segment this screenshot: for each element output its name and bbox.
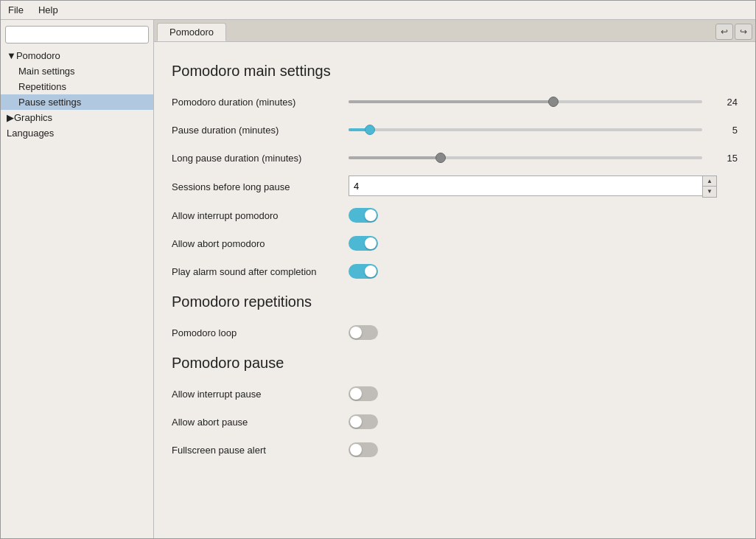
sidebar-item-pomodoro[interactable]: ▼ Pomodoro: [1, 48, 153, 63]
allow-interrupt-pomodoro-toggle[interactable]: [349, 208, 378, 223]
spinbox-container: ▲ ▼: [349, 175, 717, 198]
fullscreen-pause-alert-knob: [350, 444, 362, 456]
pause-duration-track[interactable]: [349, 128, 702, 131]
pomodoro-duration-value: 24: [708, 97, 738, 108]
main-area: ▼ Pomodoro Main settings Repetitions Pau…: [1, 20, 755, 538]
long-pause-duration-thumb[interactable]: [435, 153, 446, 163]
search-input[interactable]: [10, 29, 144, 40]
spinbox-up-button[interactable]: ▲: [703, 176, 716, 187]
pause-duration-row: Pause duration (minutes) 5: [172, 119, 738, 140]
sidebar-item-graphics[interactable]: ▶ Graphics: [1, 110, 153, 125]
long-pause-duration-fill: [349, 156, 441, 159]
fullscreen-pause-alert-label: Fullscreen pause alert: [172, 445, 349, 456]
tab-bar: Pomodoro ↩ ↪: [154, 20, 755, 42]
pomodoro-duration-row: Pomodoro duration (minutes) 24: [172, 91, 738, 112]
allow-abort-pomodoro-toggle[interactable]: [349, 236, 378, 251]
menu-file[interactable]: File: [1, 3, 31, 17]
play-alarm-sound-toggle[interactable]: [349, 264, 378, 279]
redo-button[interactable]: ↪: [735, 24, 752, 40]
tab-actions: ↩ ↪: [715, 24, 752, 41]
allow-abort-pause-knob: [350, 416, 362, 428]
pause-duration-value: 5: [708, 125, 738, 136]
spinbox-down-button[interactable]: ▼: [703, 187, 716, 197]
play-alarm-sound-row: Play alarm sound after completion: [172, 261, 738, 282]
sidebar-graphics-label: Graphics: [14, 112, 52, 123]
sidebar: ▼ Pomodoro Main settings Repetitions Pau…: [1, 20, 154, 538]
spinbox-buttons: ▲ ▼: [702, 175, 717, 198]
pomodoro-loop-row: Pomodoro loop: [172, 322, 738, 343]
allow-interrupt-pause-toggle[interactable]: [349, 386, 378, 401]
sessions-spinbox-input[interactable]: [349, 175, 702, 196]
sidebar-pause-settings-label: Pause settings: [18, 97, 81, 108]
pomodoro-duration-thumb[interactable]: [548, 97, 559, 107]
allow-interrupt-pause-row: Allow interrupt pause: [172, 383, 738, 404]
sidebar-item-repetitions[interactable]: Repetitions: [1, 79, 153, 94]
allow-interrupt-pomodoro-knob: [365, 209, 377, 221]
sidebar-pomodoro-label: Pomodoro: [16, 50, 60, 61]
play-alarm-sound-label: Play alarm sound after completion: [172, 266, 349, 277]
sidebar-repetitions-label: Repetitions: [18, 81, 66, 92]
section1-title: Pomodoro main settings: [172, 63, 738, 80]
pause-duration-slider-container[interactable]: [349, 128, 702, 131]
tab-pomodoro[interactable]: Pomodoro: [157, 23, 226, 41]
undo-button[interactable]: ↩: [715, 24, 733, 40]
fullscreen-pause-alert-toggle[interactable]: [349, 442, 378, 457]
allow-abort-pomodoro-row: Allow abort pomodoro: [172, 233, 738, 254]
sidebar-main-settings-label: Main settings: [18, 66, 75, 77]
long-pause-duration-label: Long pause duration (minutes): [172, 153, 349, 164]
allow-abort-pomodoro-knob: [365, 237, 377, 249]
long-pause-duration-track[interactable]: [349, 156, 702, 159]
pomodoro-loop-knob: [350, 327, 362, 338]
allow-interrupt-pause-label: Allow interrupt pause: [172, 389, 349, 400]
menu-help[interactable]: Help: [31, 3, 66, 17]
allow-interrupt-pomodoro-row: Allow interrupt pomodoro: [172, 205, 738, 226]
pomodoro-loop-toggle[interactable]: [349, 325, 378, 340]
long-pause-duration-row: Long pause duration (minutes) 15: [172, 147, 738, 168]
allow-abort-pause-row: Allow abort pause: [172, 411, 738, 432]
search-box[interactable]: [5, 26, 149, 44]
sidebar-languages-label: Languages: [7, 128, 54, 139]
app-window: File Help ▼ Pomodoro Main settings Repet…: [0, 0, 756, 539]
sidebar-item-pause-settings[interactable]: Pause settings: [1, 94, 153, 110]
menubar: File Help: [1, 1, 755, 20]
tab-pomodoro-label: Pomodoro: [169, 27, 214, 38]
section3-title: Pomodoro pause: [172, 355, 738, 372]
pause-duration-thumb[interactable]: [365, 125, 375, 135]
pomodoro-duration-label: Pomodoro duration (minutes): [172, 97, 349, 108]
pomodoro-duration-fill: [349, 100, 553, 103]
pomodoro-duration-slider-container[interactable]: [349, 100, 702, 103]
allow-abort-pause-label: Allow abort pause: [172, 417, 349, 428]
settings-panel: Pomodoro main settings Pomodoro duration…: [154, 42, 755, 538]
sidebar-item-languages[interactable]: Languages: [1, 125, 153, 141]
sessions-before-long-pause-label: Sessions before long pause: [172, 181, 349, 192]
content-area: Pomodoro ↩ ↪ Pomodoro main settings Pomo…: [154, 20, 755, 538]
long-pause-duration-slider-container[interactable]: [349, 156, 702, 159]
play-alarm-sound-knob: [365, 265, 377, 277]
allow-interrupt-pomodoro-label: Allow interrupt pomodoro: [172, 210, 349, 221]
section2-title: Pomodoro repetitions: [172, 293, 738, 310]
pause-duration-label: Pause duration (minutes): [172, 125, 349, 136]
allow-abort-pause-toggle[interactable]: [349, 414, 378, 429]
expand-arrow: ▼: [7, 50, 16, 61]
allow-interrupt-pause-knob: [350, 388, 362, 400]
allow-abort-pomodoro-label: Allow abort pomodoro: [172, 238, 349, 249]
sessions-before-long-pause-row: Sessions before long pause ▲ ▼: [172, 175, 738, 198]
pomodoro-loop-label: Pomodoro loop: [172, 327, 349, 338]
long-pause-duration-value: 15: [708, 153, 738, 164]
fullscreen-pause-alert-row: Fullscreen pause alert: [172, 439, 738, 460]
sidebar-item-main-settings[interactable]: Main settings: [1, 63, 153, 79]
pomodoro-duration-track[interactable]: [349, 100, 702, 103]
collapse-arrow: ▶: [7, 112, 14, 123]
